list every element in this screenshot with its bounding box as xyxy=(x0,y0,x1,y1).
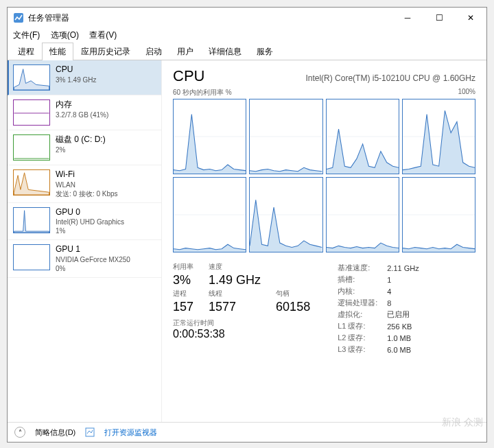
detail-row: L1 缓存:256 KB xyxy=(338,320,429,332)
sidebar-item-name: Wi-Fi xyxy=(56,169,118,180)
chevron-up-icon[interactable]: ˄ xyxy=(14,427,25,438)
minimize-button[interactable]: ─ xyxy=(392,8,423,28)
thumbnail-icon xyxy=(13,99,50,126)
core-chart-1 xyxy=(249,99,322,174)
core-chart-4 xyxy=(173,177,246,252)
stats-block: 利用率 速度 3% 1.49 GHz 进程 线程 句柄 157 1577 601… xyxy=(173,262,475,355)
sidebar: CPU3% 1.49 GHz 内存3.2/7.8 GB (41%) 磁盘 0 (… xyxy=(8,60,162,422)
menubar: 文件(F) 选项(O) 查看(V) xyxy=(8,28,486,43)
detail-row: 逻辑处理器:8 xyxy=(338,297,429,309)
thumbnail-icon xyxy=(13,64,50,91)
tab-性能[interactable]: 性能 xyxy=(42,43,73,60)
brief-info-link[interactable]: 简略信息(D) xyxy=(35,427,75,438)
tab-启动[interactable]: 启动 xyxy=(138,43,169,60)
label-utilization: 利用率 xyxy=(173,262,193,272)
sidebar-item-name: GPU 0 xyxy=(56,207,124,218)
sidebar-item-name: 内存 xyxy=(56,99,108,110)
chart-label-right: 100% xyxy=(458,88,475,97)
tab-服务[interactable]: 服务 xyxy=(249,43,281,60)
footer: ˄ 简略信息(D) 打开资源监视器 xyxy=(8,422,486,442)
menu-file[interactable]: 文件(F) xyxy=(13,30,40,40)
window-title: 任务管理器 xyxy=(28,12,392,24)
tab-进程[interactable]: 进程 xyxy=(10,43,42,60)
sidebar-item-内存[interactable]: 内存3.2/7.8 GB (41%) xyxy=(8,95,161,130)
page-title: CPU xyxy=(173,67,204,85)
thumbnail-icon xyxy=(13,244,50,270)
titlebar: 任务管理器 ─ ☐ ✕ xyxy=(8,8,486,28)
label-handles: 句柄 xyxy=(276,289,310,298)
value-utilization: 3% xyxy=(173,273,193,287)
label-uptime: 正常运行时间 xyxy=(173,318,310,328)
body: CPU3% 1.49 GHz 内存3.2/7.8 GB (41%) 磁盘 0 (… xyxy=(8,60,486,422)
label-processes: 进程 xyxy=(173,289,193,298)
sidebar-item-sub: 3% 1.49 GHz xyxy=(56,75,96,84)
sidebar-item-sub: NVIDIA GeForce MX250 xyxy=(56,255,130,264)
detail-row: 插槽:1 xyxy=(338,274,429,285)
core-chart-7 xyxy=(402,177,475,252)
thumbnail-icon xyxy=(13,134,50,161)
core-chart-3 xyxy=(402,99,475,174)
sidebar-item-sub: 2% xyxy=(56,145,106,154)
value-handles: 60158 xyxy=(276,300,310,314)
menu-options[interactable]: 选项(O) xyxy=(51,30,79,40)
thumbnail-icon xyxy=(13,169,50,196)
svg-rect-9 xyxy=(86,428,94,436)
sidebar-item-name: GPU 1 xyxy=(56,244,130,255)
core-chart-grid xyxy=(173,99,475,252)
cpu-model: Intel(R) Core(TM) i5-10210U CPU @ 1.60GH… xyxy=(305,73,475,83)
menu-view[interactable]: 查看(V) xyxy=(89,30,117,40)
chart-label-left: 60 秒内的利用率 % xyxy=(173,88,232,97)
open-resource-monitor-link[interactable]: 打开资源监视器 xyxy=(104,427,157,438)
core-chart-6 xyxy=(326,177,399,252)
tab-详细信息[interactable]: 详细信息 xyxy=(201,43,249,60)
tab-用户[interactable]: 用户 xyxy=(169,43,201,60)
value-uptime: 0:00:53:38 xyxy=(173,328,225,340)
sidebar-item-name: 磁盘 0 (C: D:) xyxy=(56,134,106,145)
sidebar-item-GPU 1[interactable]: GPU 1NVIDIA GeForce MX2500% xyxy=(8,240,161,278)
sidebar-item-GPU 0[interactable]: GPU 0Intel(R) UHD Graphics1% xyxy=(8,203,161,241)
main-panel: CPU Intel(R) Core(TM) i5-10210U CPU @ 1.… xyxy=(162,60,486,422)
detail-row: 虚拟化:已启用 xyxy=(338,309,429,320)
sidebar-item-sub: Intel(R) UHD Graphics xyxy=(56,217,124,226)
value-threads: 1577 xyxy=(209,300,261,314)
detail-row: 基准速度:2.11 GHz xyxy=(338,262,429,274)
detail-row: L2 缓存:1.0 MB xyxy=(338,332,429,344)
core-chart-0 xyxy=(173,99,246,174)
label-threads: 线程 xyxy=(209,289,261,298)
sidebar-item-Wi-Fi[interactable]: Wi-FiWLAN发送: 0 接收: 0 Kbps xyxy=(8,165,161,203)
tab-应用历史记录[interactable]: 应用历史记录 xyxy=(73,43,138,60)
sidebar-item-sub: 3.2/7.8 GB (41%) xyxy=(56,110,108,119)
detail-row: 内核:4 xyxy=(338,285,429,297)
close-button[interactable]: ✕ xyxy=(455,8,486,28)
value-speed: 1.49 GHz xyxy=(209,273,261,287)
details-table: 基准速度:2.11 GHz插槽:1内核:4逻辑处理器:8虚拟化:已启用L1 缓存… xyxy=(338,262,429,355)
sidebar-item-CPU[interactable]: CPU3% 1.49 GHz xyxy=(8,60,161,95)
value-processes: 157 xyxy=(173,300,193,314)
thumbnail-icon xyxy=(13,207,50,233)
sidebar-item-磁盘 0 (C: D:)[interactable]: 磁盘 0 (C: D:)2% xyxy=(8,130,161,165)
app-icon xyxy=(13,12,24,23)
resource-monitor-icon xyxy=(85,427,95,437)
detail-row: L3 缓存:6.0 MB xyxy=(338,344,429,355)
sidebar-item-name: CPU xyxy=(56,64,96,75)
tab-bar: 进程性能应用历史记录启动用户详细信息服务 xyxy=(8,43,486,60)
sidebar-item-sub: WLAN xyxy=(56,180,118,189)
label-speed: 速度 xyxy=(209,262,261,272)
task-manager-window: 任务管理器 ─ ☐ ✕ 文件(F) 选项(O) 查看(V) 进程性能应用历史记录… xyxy=(7,7,487,443)
core-chart-5 xyxy=(249,177,322,252)
core-chart-2 xyxy=(326,99,399,174)
maximize-button[interactable]: ☐ xyxy=(423,8,455,28)
